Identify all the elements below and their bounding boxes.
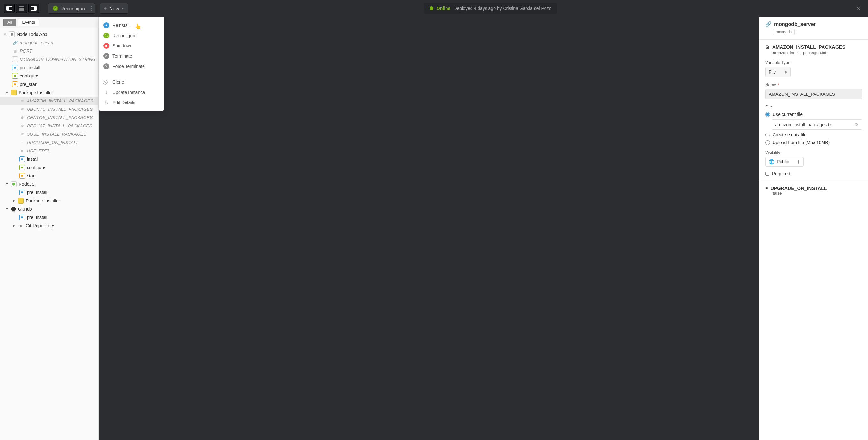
menu-edit-details[interactable]: ✎ Edit Details [99,97,164,107]
visibility-select[interactable]: 🌐 Public ▲▼ [765,157,804,166]
tree-label: start [27,173,36,178]
footer-variable-value: false [773,191,862,196]
tree-label: Package Installer [26,198,60,203]
lines-icon: ≡ [19,139,25,146]
script-icon [12,81,18,87]
menu-label: Edit Details [113,100,135,105]
reinstall-icon [103,23,109,28]
reconfigure-button[interactable]: Reconfigure [48,3,91,14]
tree-label: SUSE_INSTALL_PACKAGES [27,132,86,137]
tree-label: NodeJS [19,182,35,187]
menu-reinstall[interactable]: Reinstall [99,20,164,30]
divider [760,181,868,181]
reconfigure-menu-button[interactable] [89,3,95,14]
menu-separator [99,74,164,74]
tree-install[interactable]: install [0,155,98,163]
tree: ▼ Node Todo App 🔗 mongodb_server ⎚ PORT [0,28,98,232]
file-icon: 🗎 [19,98,25,104]
tree-label: REDHAT_INSTALL_PACKAGES [27,123,92,128]
tree-label: configure [27,165,45,170]
chevron-right-icon: ▶ [12,224,16,227]
tree-nodejs[interactable]: ▼ NodeJS [0,180,98,188]
file-icon: 🗎 [19,106,25,112]
tree-upgrade-on-install[interactable]: ≡ UPGRADE_ON_INSTALL [0,138,98,147]
radio-create-empty-file[interactable]: Create empty file [765,132,862,137]
tree-mongodb-connection-string[interactable]: T MONGODB_CONNECTION_STRING [0,55,98,63]
status-dot-icon [430,6,433,10]
required-checkbox-row[interactable]: Required [765,171,862,176]
app-icon [9,31,15,37]
tree-root-node-todo-app[interactable]: ▼ Node Todo App [0,30,98,38]
tree-label: pre_start [20,82,37,87]
actions-dropdown: Reinstall Reconfigure Shutdown Terminate… [99,17,164,111]
tree-configure[interactable]: configure [0,72,98,80]
shutdown-icon [103,43,109,49]
tree-start[interactable]: start [0,171,98,180]
tree-nodejs-pre-install[interactable]: pre_install [0,188,98,197]
tree-label: Git Repository [26,223,54,228]
file-label: File [765,104,862,109]
filter-events[interactable]: Events [18,19,39,26]
tree-label: MONGODB_CONNECTION_STRING [20,57,95,62]
tree-nodejs-package-installer[interactable]: ▶ Package Installer [0,197,98,205]
menu-clone[interactable]: ⃠ Clone [99,77,164,87]
tree-use-epel[interactable]: ≡ USE_EPEL [0,147,98,155]
menu-reconfigure[interactable]: Reconfigure [99,30,164,41]
top-toolbar: Reconfigure + New Online Deployed 4 days… [0,0,868,17]
menu-update-instance[interactable]: ⤓ Update Instance [99,87,164,97]
tree-configure-2[interactable]: configure [0,163,98,171]
tree-amazon-install-packages[interactable]: 🗎 AMAZON_INSTALL_PACKAGES [0,97,98,105]
tree-label: GitHub [18,207,32,212]
github-icon [11,207,16,212]
divider [760,39,868,40]
edit-file-button[interactable]: ✎ [855,122,859,127]
script-icon [12,73,18,79]
tree-ubuntu-install-packages[interactable]: 🗎 UBUNTU_INSTALL_PACKAGES [0,105,98,113]
radio-input[interactable] [765,140,770,145]
script-icon [19,165,25,170]
tree-port[interactable]: ⎚ PORT [0,47,98,55]
radio-input[interactable] [765,133,770,137]
footer-variable-header: ≡ UPGRADE_ON_INSTALL [765,185,862,191]
new-button[interactable]: + New [100,3,128,14]
tree-suse-install-packages[interactable]: 🗎 SUSE_INSTALL_PACKAGES [0,130,98,138]
tree-redhat-install-packages[interactable]: 🗎 REDHAT_INSTALL_PACKAGES [0,122,98,130]
details-panel: 🔗 mongodb_server mongodb 🗎 AMAZON_INSTAL… [759,17,868,440]
menu-force-terminate[interactable]: Force Terminate [99,61,164,71]
toggle-left-panel-button[interactable] [4,3,15,13]
link-icon: 🔗 [765,21,772,27]
toggle-right-panel-button[interactable] [28,3,39,13]
menu-terminate[interactable]: Terminate [99,51,164,61]
script-icon [12,65,18,70]
tree-pre-install[interactable]: pre_install [0,63,98,72]
variable-title: AMAZON_INSTALL_PACKAGES [772,44,845,50]
name-input[interactable]: AMAZON_INSTALL_PACKAGES [765,89,862,99]
tree-label: pre_install [27,215,48,220]
toggle-bottom-panel-button[interactable] [16,3,27,13]
radio-input[interactable] [765,112,770,117]
script-icon [19,156,25,162]
close-button[interactable] [852,3,864,14]
pencil-icon: ✎ [103,100,109,105]
tree-package-installer[interactable]: ▼ Package Installer [0,88,98,97]
tree-github[interactable]: ▼ GitHub [0,205,98,213]
radio-upload-from-file[interactable]: Upload from file (Max 10MB) [765,140,862,145]
radio-use-current-file[interactable]: Use current file [765,112,862,117]
tree-git-repository[interactable]: ▶ ◆ Git Repository [0,222,98,230]
tree-pre-start[interactable]: pre_start [0,80,98,88]
port-icon: ⎚ [12,48,18,54]
reconfigure-icon [103,33,109,38]
tree-label: install [27,157,38,162]
radio-label: Upload from file (Max 10MB) [773,140,830,145]
filter-all[interactable]: All [3,19,16,26]
current-file-box[interactable]: amazon_install_packages.txt ✎ [772,120,862,130]
menu-shutdown[interactable]: Shutdown [99,41,164,51]
variable-type-select[interactable]: File ▲▼ [765,67,791,77]
tree-mongodb-server[interactable]: 🔗 mongodb_server [0,38,98,47]
tree-centos-install-packages[interactable]: 🗎 CENTOS_INSTALL_PACKAGES [0,113,98,122]
tree-github-pre-install[interactable]: pre_install [0,213,98,222]
required-checkbox[interactable] [765,171,769,176]
package-icon [18,198,24,204]
kebab-icon [91,6,92,11]
name-value: AMAZON_INSTALL_PACKAGES [769,92,835,97]
